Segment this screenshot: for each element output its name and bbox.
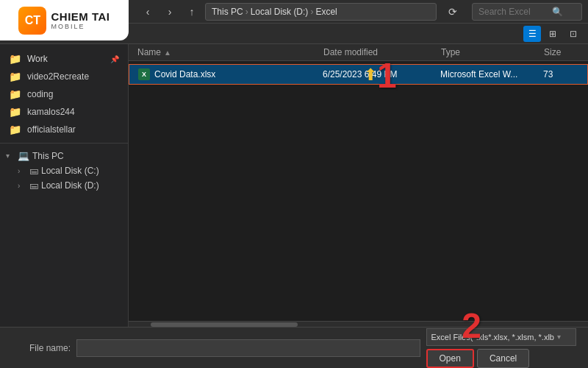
sort-arrow-icon: ▲: [164, 49, 171, 57]
cancel-button[interactable]: Cancel: [477, 349, 529, 368]
drive-c-label: Local Disk (C:): [41, 166, 99, 176]
sidebar-item-label: coding: [27, 89, 53, 99]
breadcrumb-sep2: ›: [310, 7, 313, 17]
file-name-cell: X Covid Data.xlsx: [129, 68, 323, 80]
sidebar: 📁 Work 📌 📁 video2Recreate 📁 coding 📁 kam…: [0, 44, 129, 327]
file-type-value: Excel Files(*.xls*.xlsx, *.xlsm, *.xlb: [431, 333, 554, 342]
logo-overlay: CT CHIEM TAI MOBILE: [0, 0, 129, 40]
breadcrumb-part1: This PC: [212, 7, 243, 17]
dropdown-arrow-icon: ▾: [557, 333, 561, 341]
file-name: Covid Data.xlsx: [154, 69, 215, 79]
content-wrapper: X Covid Data.xlsx 6/25/2023 6:49 PM Micr…: [129, 61, 588, 321]
pin-icon: 📌: [110, 55, 119, 63]
file-name-label: File name:: [12, 343, 71, 353]
search-bar[interactable]: 🔍: [472, 3, 582, 21]
view-extra-button[interactable]: ⊡: [564, 26, 582, 42]
forward-button[interactable]: ›: [161, 3, 179, 21]
column-headers: Name ▲ Date modified Type Size: [129, 44, 588, 61]
pc-icon: 💻: [18, 150, 29, 161]
breadcrumb-bar[interactable]: This PC › Local Disk (D:) › Excel: [205, 3, 437, 21]
sidebar-item-work[interactable]: 📁 Work 📌: [0, 50, 128, 68]
logo-brand-name: CHIEM TAI: [51, 10, 110, 23]
file-type-container: Excel Files(*.xls*.xlsx, *.xlsm, *.xlb ▾…: [426, 328, 576, 368]
disk-icon: 🖴: [29, 180, 38, 191]
horizontal-scrollbar[interactable]: [129, 321, 588, 327]
view-tiles-button[interactable]: ⊞: [544, 26, 562, 42]
sidebar-item-drive-d[interactable]: › 🖴 Local Disk (D:): [0, 178, 128, 193]
action-buttons: Open Cancel: [426, 349, 530, 368]
search-input[interactable]: [478, 7, 552, 17]
breadcrumb-part3: Excel: [315, 7, 337, 17]
drive-d-label: Local Disk (D:): [41, 180, 99, 191]
excel-icon: X: [138, 68, 150, 80]
breadcrumb-part2: Local Disk (D:): [251, 7, 309, 17]
logo-text: CHIEM TAI MOBILE: [51, 10, 110, 30]
sidebar-item-label: kamalos244: [27, 107, 75, 117]
table-row[interactable]: X Covid Data.xlsx 6/25/2023 6:49 PM Micr…: [129, 64, 588, 85]
main-area: 📁 Work 📌 📁 video2Recreate 📁 coding 📁 kam…: [0, 44, 588, 327]
sidebar-item-kamalos244[interactable]: 📁 kamalos244: [0, 103, 128, 121]
refresh-button[interactable]: ⟳: [444, 3, 462, 21]
chevron-right-icon: ›: [18, 167, 26, 175]
sidebar-item-label: officialstellar: [27, 124, 76, 135]
sidebar-divider: [0, 143, 128, 144]
chevron-right-icon: ›: [18, 182, 26, 190]
folder-icon: 📁: [9, 124, 21, 135]
content-area: Name ▲ Date modified Type Size X Covid D…: [129, 44, 588, 327]
folder-icon: 📁: [9, 88, 21, 100]
sidebar-item-label: Work: [27, 54, 48, 64]
sidebar-item-coding[interactable]: 📁 coding: [0, 85, 128, 103]
chevron-down-icon: ▾: [6, 152, 15, 160]
folder-icon: 📁: [9, 71, 21, 82]
this-pc-label: This PC: [32, 151, 64, 161]
file-modified: 6/25/2023 6:49 PM: [323, 69, 440, 79]
logo-sub-title: MOBILE: [51, 23, 110, 30]
sidebar-item-drive-c[interactable]: › 🖴 Local Disk (C:): [0, 163, 128, 178]
col-header-type[interactable]: Type: [441, 47, 544, 57]
file-list: X Covid Data.xlsx 6/25/2023 6:49 PM Micr…: [129, 61, 588, 88]
bottom-bar: File name: Excel Files(*.xls*.xlsx, *.xl…: [0, 327, 588, 368]
file-name-input[interactable]: [76, 339, 420, 357]
sidebar-item-label: video2Recreate: [27, 71, 89, 82]
breadcrumb-sep1: ›: [245, 7, 248, 17]
sidebar-item-officialstellar[interactable]: 📁 officialstellar: [0, 121, 128, 138]
folder-icon: 📁: [9, 106, 21, 118]
file-type-dropdown[interactable]: Excel Files(*.xls*.xlsx, *.xlsm, *.xlb ▾: [426, 328, 576, 346]
back-button[interactable]: ‹: [139, 3, 157, 21]
up-button[interactable]: ↑: [183, 3, 201, 21]
col-header-modified[interactable]: Date modified: [323, 47, 441, 57]
file-size: 73: [543, 69, 587, 79]
col-header-size[interactable]: Size: [544, 47, 588, 57]
folder-icon: 📁: [9, 53, 21, 65]
open-button[interactable]: Open: [426, 349, 474, 368]
col-header-name[interactable]: Name ▲: [129, 47, 323, 57]
sidebar-item-video2recreate[interactable]: 📁 video2Recreate: [0, 68, 128, 85]
file-type: Microsoft Excel W...: [440, 69, 543, 79]
logo-icon: CT: [18, 7, 46, 35]
sidebar-item-thispc[interactable]: ▾ 💻 This PC: [0, 148, 128, 163]
view-details-button[interactable]: ☰: [523, 26, 541, 42]
disk-icon: 🖴: [29, 166, 38, 176]
search-icon: 🔍: [552, 7, 563, 17]
